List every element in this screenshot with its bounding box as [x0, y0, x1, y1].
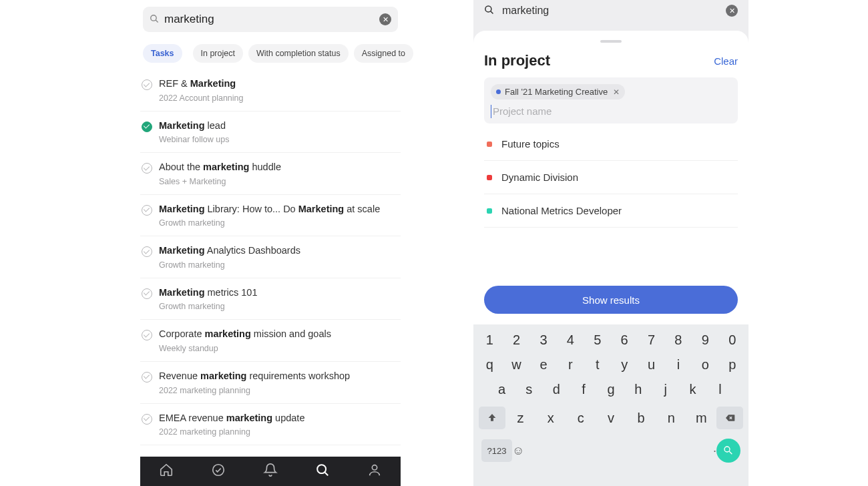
key-6[interactable]: 6	[614, 332, 635, 348]
project-name-input[interactable]: Project name	[491, 105, 731, 118]
key-y[interactable]: y	[614, 357, 635, 373]
key-u[interactable]: u	[641, 357, 662, 373]
svg-line-7	[491, 11, 493, 14]
key-m[interactable]: m	[690, 411, 712, 426]
search-bar-right[interactable]: marketing ✕	[473, 0, 748, 21]
key-w[interactable]: w	[506, 357, 527, 373]
key-t[interactable]: t	[587, 357, 608, 373]
complete-check-icon[interactable]	[142, 121, 152, 132]
key-q[interactable]: q	[479, 357, 500, 373]
key-i[interactable]: i	[668, 357, 689, 373]
search-result-row[interactable]: Corporate marketing mission and goalsWee…	[140, 320, 401, 362]
key-9[interactable]: 9	[694, 332, 716, 348]
project-name: Dynamic Division	[501, 172, 578, 183]
project-row[interactable]: Future topics	[484, 128, 738, 161]
key-b[interactable]: b	[630, 411, 652, 426]
home-icon[interactable]	[159, 463, 174, 480]
project-token-label: Fall '21 Marketing Creative	[505, 87, 608, 97]
search-result-row[interactable]: Marketing Library: How to... Do Marketin…	[140, 195, 401, 237]
key-l[interactable]: l	[709, 382, 730, 397]
account-icon[interactable]	[367, 463, 382, 480]
search-query: marketing	[164, 13, 379, 26]
soft-keyboard: 1234567890 qwertyuiop asdfghjkl zxcvbnm …	[473, 324, 748, 486]
key-3[interactable]: 3	[533, 332, 554, 348]
key-d[interactable]: d	[546, 382, 567, 397]
shift-key[interactable]	[479, 407, 505, 429]
key-j[interactable]: j	[655, 382, 676, 397]
search-bar[interactable]: marketing ✕	[143, 7, 398, 32]
symbols-key[interactable]: ?123	[481, 439, 512, 462]
project-name: National Metrics Developer	[501, 205, 622, 216]
project-color-dot	[487, 208, 492, 214]
complete-check-icon[interactable]	[142, 246, 152, 257]
key-o[interactable]: o	[694, 357, 716, 373]
search-tab-icon[interactable]	[315, 463, 330, 480]
key-n[interactable]: n	[660, 411, 682, 426]
key-4[interactable]: 4	[560, 332, 581, 348]
project-color-dot	[487, 142, 492, 147]
complete-check-icon[interactable]	[142, 288, 152, 299]
key-v[interactable]: v	[600, 411, 622, 426]
chip-tasks[interactable]: Tasks	[143, 44, 182, 63]
key-a[interactable]: a	[491, 382, 512, 397]
right-screenshot: marketing ✕ In project Clear Fall '21 Ma…	[473, 0, 748, 486]
complete-check-icon[interactable]	[142, 205, 152, 216]
clear-button[interactable]: Clear	[714, 55, 738, 67]
send-key[interactable]	[716, 439, 740, 463]
svg-point-8	[724, 447, 730, 452]
clear-search-icon[interactable]: ✕	[726, 5, 738, 17]
search-result-row[interactable]: Revenue marketing requirements workshop2…	[140, 362, 401, 404]
key-x[interactable]: x	[540, 411, 562, 426]
key-r[interactable]: r	[560, 357, 581, 373]
project-row[interactable]: National Metrics Developer	[484, 194, 738, 228]
search-icon	[150, 14, 159, 25]
emoji-key[interactable]: ☺	[512, 444, 524, 458]
chip-completion[interactable]: With completion status	[248, 44, 349, 63]
complete-check-icon[interactable]	[142, 414, 152, 425]
complete-check-icon[interactable]	[142, 330, 152, 340]
project-name: Future topics	[501, 138, 560, 150]
search-result-row[interactable]: EMEA revenue marketing update2022 market…	[140, 404, 401, 446]
tasks-icon[interactable]	[211, 463, 226, 480]
sheet-handle[interactable]	[600, 40, 622, 43]
complete-check-icon[interactable]	[142, 79, 152, 90]
chip-in-project[interactable]: In project	[193, 44, 243, 63]
search-result-row[interactable]: Marketing metrics 101Growth marketing	[140, 278, 401, 320]
project-token-field[interactable]: Fall '21 Marketing Creative ✕ Project na…	[484, 77, 738, 124]
key-k[interactable]: k	[682, 382, 704, 397]
key-7[interactable]: 7	[641, 332, 662, 348]
search-result-row[interactable]: About the marketing huddleSales + Market…	[140, 153, 401, 195]
key-p[interactable]: p	[722, 357, 743, 373]
key-1[interactable]: 1	[479, 332, 500, 348]
key-s[interactable]: s	[518, 382, 539, 397]
key-c[interactable]: c	[570, 411, 592, 426]
search-result-row[interactable]: Marketing Analytics DashboardsGrowth mar…	[140, 236, 401, 278]
key-f[interactable]: f	[573, 382, 594, 397]
key-2[interactable]: 2	[506, 332, 527, 348]
key-e[interactable]: e	[533, 357, 554, 373]
search-result-row[interactable]: Marketing leadWebinar follow ups	[140, 111, 401, 154]
show-results-button[interactable]: Show results	[484, 286, 738, 314]
project-color-dot	[496, 89, 501, 94]
key-5[interactable]: 5	[587, 332, 608, 348]
result-subtitle: Webinar follow ups	[159, 135, 398, 144]
complete-check-icon[interactable]	[142, 372, 152, 383]
chip-assigned[interactable]: Assigned to	[354, 44, 413, 63]
result-subtitle: Weekly standup	[159, 344, 398, 353]
project-token[interactable]: Fall '21 Marketing Creative ✕	[491, 84, 625, 99]
inbox-icon[interactable]	[263, 463, 278, 480]
key-z[interactable]: z	[510, 411, 531, 426]
complete-check-icon[interactable]	[142, 163, 152, 174]
project-row[interactable]: Dynamic Division	[484, 161, 738, 194]
key-0[interactable]: 0	[722, 332, 743, 348]
key-h[interactable]: h	[628, 382, 649, 397]
remove-token-icon[interactable]: ✕	[613, 87, 620, 97]
result-subtitle: Growth marketing	[159, 218, 398, 228]
key-g[interactable]: g	[600, 382, 622, 397]
result-subtitle: Sales + Marketing	[159, 177, 398, 186]
clear-search-icon[interactable]: ✕	[379, 13, 391, 25]
search-result-row[interactable]: REF & Marketing2022 Account planning	[140, 69, 401, 111]
key-8[interactable]: 8	[668, 332, 689, 348]
backspace-key[interactable]	[716, 407, 743, 429]
sheet-title: In project	[484, 52, 714, 69]
